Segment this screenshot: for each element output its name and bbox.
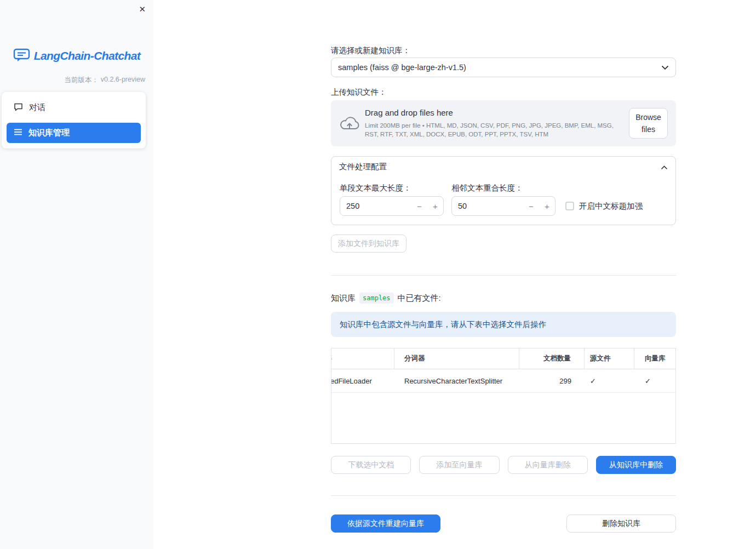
logo-chat-icon [13,48,30,64]
expander-body: 单段文本最大长度： 相邻文本重合长度： 250 − + 50 − + 开启中文标… [331,183,675,225]
col-header-loader[interactable]: 文档加载器 [331,348,394,369]
overlap-plus-button[interactable]: + [539,202,555,211]
divider [331,275,676,276]
kb-select[interactable]: samples (faiss @ bge-large-zh-v1.5) [331,58,676,77]
kb-select-label: 请选择或新建知识库： [331,45,676,56]
chunk-size-label: 单段文本最大长度： [340,183,451,193]
list-icon [14,128,22,138]
overlap-size-label: 相邻文本重合长度： [451,183,523,193]
divider [331,495,676,496]
delete-from-kb-button[interactable]: 从知识库中删除 [596,456,676,474]
download-selected-button[interactable]: 下载选中文档 [331,456,411,474]
table-actions: 下载选中文档 添加至向量库 从向量库删除 从知识库中删除 [331,456,676,474]
uploader-texts: Drag and drop files here Limit 200MB per… [365,108,629,139]
expander-header[interactable]: 文件处理配置 [331,157,675,177]
cloud-upload-icon [340,116,365,131]
sidebar-item-kb-management[interactable]: 知识库管理 [7,123,141,143]
sidebar: ✕ LangChain-Chatchat 当前版本： v0.2.6-previe… [0,0,153,549]
overlap-size-input: 50 − + [451,196,555,216]
delete-from-vector-button[interactable]: 从向量库删除 [508,456,588,474]
kb-files-heading: 知识库 samples 中已有文件: [331,293,676,304]
cell-doc-count: 299 [519,377,585,385]
add-to-vector-button[interactable]: 添加至向量库 [419,456,499,474]
col-header-doc-count[interactable]: 文档数量 [519,348,585,369]
overlap-minus-button[interactable]: − [523,202,539,211]
cell-vector-check: ✓ [634,377,676,385]
chat-bubble-icon [14,102,23,113]
zh-title-enhance-group: 开启中文标题加强 [565,201,643,211]
expander-title: 文件处理配置 [339,162,661,172]
sidebar-close-icon[interactable]: ✕ [139,4,146,14]
kb-name-code: samples [359,293,394,304]
cell-splitter: RecursiveCharacterTextSplitter [394,377,519,385]
cell-source-check: ✓ [585,377,634,385]
file-uploader-dropzone[interactable]: Drag and drop files here Limit 200MB per… [331,100,676,146]
chunk-minus-button[interactable]: − [411,202,427,211]
drag-drop-text: Drag and drop files here [365,108,623,117]
col-header-vector[interactable]: 向量库 [634,348,676,369]
upload-limit-text: Limit 200MB per file • HTML, MD, JSON, C… [365,121,623,139]
sidebar-menu: 对话 知识库管理 [2,92,146,148]
chevron-down-icon [661,63,669,72]
chunk-plus-button[interactable]: + [427,202,443,211]
sidebar-item-label: 知识库管理 [28,128,70,138]
app-title: LangChain-Chatchat [34,49,141,62]
chunk-size-value[interactable]: 250 [340,202,411,210]
zh-title-enhance-checkbox[interactable] [565,202,574,210]
upload-label: 上传知识文件： [331,87,676,98]
file-config-expander: 文件处理配置 单段文本最大长度： 相邻文本重合长度： 250 − + 50 − … [331,156,676,225]
info-alert: 知识库中包含源文件与向量库，请从下表中选择文件后操作 [331,312,676,337]
chevron-up-icon [661,163,668,171]
chunk-size-input: 250 − + [340,196,444,216]
kb-files-table[interactable]: 文档加载器 分词器 文档数量 源文件 向量库 UnstructuredFileL… [331,348,676,444]
rebuild-vector-store-button[interactable]: 依据源文件重建向量库 [331,514,440,533]
overlap-size-value[interactable]: 50 [452,202,523,210]
browse-files-button[interactable]: Browse files [629,108,668,139]
table-header-row: 文档加载器 分词器 文档数量 源文件 向量库 [331,348,676,369]
col-header-splitter[interactable]: 分词器 [394,348,519,369]
logo: LangChain-Chatchat [0,48,153,64]
kb-bottom-actions: 依据源文件重建向量库 删除知识库 [331,514,676,533]
delete-kb-button[interactable]: 删除知识库 [566,514,676,533]
col-header-source[interactable]: 源文件 [585,348,634,369]
version-text: 当前版本： v0.2.6-preview [64,76,145,85]
sidebar-item-dialogue[interactable]: 对话 [7,98,141,118]
kb-select-value: samples (faiss @ bge-large-zh-v1.5) [338,63,661,72]
cell-loader: UnstructuredFileLoader [331,377,394,385]
sidebar-item-label: 对话 [29,102,45,113]
add-files-to-kb-button[interactable]: 添加文件到知识库 [331,235,406,253]
main-content: 请选择或新建知识库： samples (faiss @ bge-large-zh… [331,0,676,533]
table-row[interactable]: UnstructuredFileLoader RecursiveCharacte… [331,369,676,393]
zh-title-enhance-label: 开启中文标题加强 [579,201,643,211]
